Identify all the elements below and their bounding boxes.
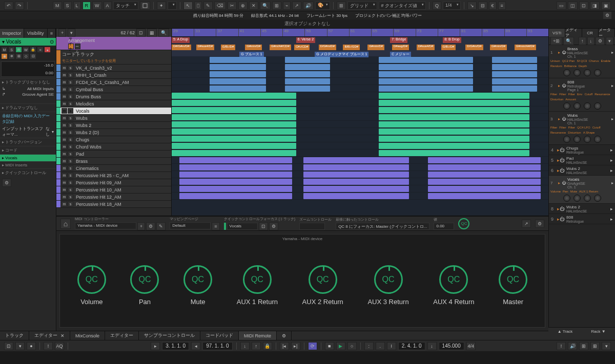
input-transform[interactable]: インプットトランスフォーマ... なし ▾ <box>0 125 56 138</box>
track-mute[interactable]: m <box>61 165 67 171</box>
vsti-knob[interactable] <box>563 102 570 110</box>
play-tool[interactable]: 🔊 <box>303 2 314 10</box>
audio-clip[interactable] <box>172 114 296 120</box>
chord-monitor[interactable]: モニターしているトラックを使用 <box>60 58 171 63</box>
marker[interactable]: 5: A Drop <box>172 37 190 43</box>
ruler-mark[interactable]: 61 <box>349 29 371 36</box>
clip-lane[interactable] <box>172 178 548 185</box>
vsti-knob[interactable] <box>573 69 581 76</box>
vsti-tab[interactable]: VSTi <box>549 29 565 37</box>
audio-clip[interactable] <box>379 143 529 149</box>
track-mute[interactable]: m <box>61 158 67 164</box>
track-row[interactable]: ms Percussive Hit 09_AM <box>56 179 171 186</box>
scale-display[interactable]: G ブルース 1G メロディックマイ ブルース 1C メジャー <box>172 51 548 56</box>
input-routing[interactable]: ↳ All MIDI Inputs <box>0 86 56 92</box>
track-solo[interactable]: s <box>68 87 73 92</box>
chord-event[interactable]: B/B♭/GD# <box>343 45 360 50</box>
track-row[interactable]: ms Vocals <box>56 108 171 115</box>
audio-clip[interactable] <box>210 78 266 84</box>
trans-b1[interactable]: ⊡ <box>4 342 13 350</box>
undo-btn[interactable]: ↶ <box>4 2 13 10</box>
track-mute[interactable]: m <box>61 137 67 142</box>
track-row[interactable]: ms Drums Buss <box>56 93 171 100</box>
audio-clip[interactable] <box>428 179 541 185</box>
chord-event[interactable]: G/B♭/D# <box>441 45 456 50</box>
clip-lane[interactable] <box>172 99 548 106</box>
erase-tool[interactable]: ⌫ <box>214 2 226 10</box>
tab-menu-icon[interactable]: ≡ <box>48 29 56 38</box>
vsti-knob[interactable] <box>584 136 591 143</box>
solo-all[interactable]: S <box>64 2 72 10</box>
track-mute[interactable]: m <box>61 151 67 157</box>
quantize-preset[interactable]: # クオンタイズ値 <box>379 2 426 10</box>
track-row[interactable]: ms FCD4_CK_1_Crash1_AM <box>56 79 171 86</box>
chord-event[interactable]: D#sus4/D# <box>196 45 215 50</box>
insp-rec[interactable]: ● <box>44 47 51 53</box>
qc-knob[interactable]: QC <box>309 265 337 294</box>
ruler-mark[interactable]: 69 <box>393 29 415 36</box>
ruler-mark[interactable]: 53 <box>304 29 326 36</box>
bottom-tab[interactable]: エディター <box>105 331 139 340</box>
tool-x4[interactable]: ≡ <box>498 2 506 10</box>
audio-clip[interactable] <box>379 121 529 127</box>
search-icon[interactable]: 🔍 <box>158 29 169 37</box>
chord-event[interactable]: D#/G#m/D# <box>172 45 191 50</box>
trans-r5[interactable]: ▾ <box>602 342 611 350</box>
focus-lock[interactable]: ⊡ <box>259 222 268 230</box>
section-qc[interactable]: ▸ クイックコントロール <box>0 168 56 177</box>
track-row[interactable]: ms Brass <box>56 158 171 165</box>
track-solo[interactable]: s <box>68 130 73 135</box>
track-mute[interactable]: m <box>61 94 67 99</box>
track-row[interactable]: ms Wubs 2 (D) <box>56 129 171 136</box>
track-row[interactable]: ms Chugs <box>56 136 171 143</box>
left-locator[interactable]: 3. 1. 1. 0 <box>162 342 189 350</box>
media-tab[interactable]: メディア <box>565 29 582 37</box>
audio-clip[interactable] <box>303 172 409 178</box>
ruler-mark[interactable]: 37 <box>216 29 238 36</box>
clip-lane[interactable] <box>172 128 548 135</box>
vsti-search[interactable]: 🔍 <box>563 37 574 45</box>
qc-knob[interactable]: QC <box>130 265 159 294</box>
write-all[interactable]: W <box>92 2 102 10</box>
audio-clip[interactable] <box>172 121 296 127</box>
snap-toggle[interactable]: ⊞ <box>337 2 346 10</box>
insp-lane[interactable]: ≡ <box>37 47 44 53</box>
audio-clip[interactable] <box>303 157 409 163</box>
cycle-btn[interactable]: ⟳ <box>308 342 317 350</box>
qc-knob[interactable]: QC <box>499 265 527 294</box>
cycle-btn[interactable]: サイクル <box>68 44 74 49</box>
insp-freeze[interactable]: ❄ <box>8 53 15 59</box>
vsti-slot[interactable]: 9▸⏻ 808Retrologue▸ <box>549 214 615 224</box>
ruler-mark[interactable]: 45 <box>260 29 282 36</box>
bottom-tab[interactable]: コードパッド <box>200 331 239 340</box>
clip-lane[interactable] <box>172 185 548 192</box>
vsti-knob[interactable] <box>594 102 601 110</box>
track-solo[interactable]: s <box>68 173 73 178</box>
goto-end[interactable]: ▸| <box>291 342 300 350</box>
tool-x3[interactable]: € <box>489 2 497 10</box>
punch-in[interactable]: ! <box>44 342 53 350</box>
time-format[interactable]: : <box>364 342 374 350</box>
section-trackversion[interactable]: ▸ トラックバージョン <box>0 138 56 146</box>
audio-clip[interactable] <box>303 186 409 192</box>
qc-knob[interactable]: QC <box>77 265 106 294</box>
trans-b3[interactable]: ● <box>27 342 36 350</box>
power-icon[interactable]: ⏻ <box>562 181 566 185</box>
color-tool[interactable]: 🎨 <box>315 2 330 10</box>
audio-clip[interactable] <box>210 57 266 63</box>
trans-r3[interactable]: ⊞ <box>579 342 588 350</box>
audio-clip[interactable] <box>172 143 296 149</box>
audio-clip[interactable] <box>172 150 296 156</box>
qc-knob[interactable]: QC <box>243 265 272 294</box>
vsti-knob[interactable] <box>573 136 581 143</box>
insp-m[interactable]: M <box>1 47 8 53</box>
zoom-slider[interactable] <box>299 223 325 230</box>
trans-r4[interactable]: ⊞ <box>590 342 600 350</box>
layout-4[interactable]: ◨ <box>590 2 600 10</box>
output-routing[interactable]: ↱ Groove Agent SE <box>0 92 56 97</box>
insp-w[interactable]: W <box>23 47 29 53</box>
q-apply[interactable]: Q <box>433 2 441 10</box>
audio-clip[interactable] <box>285 71 330 77</box>
glue-tool[interactable]: ⊕ <box>238 2 248 10</box>
layout-2[interactable]: ◫ <box>568 2 578 10</box>
